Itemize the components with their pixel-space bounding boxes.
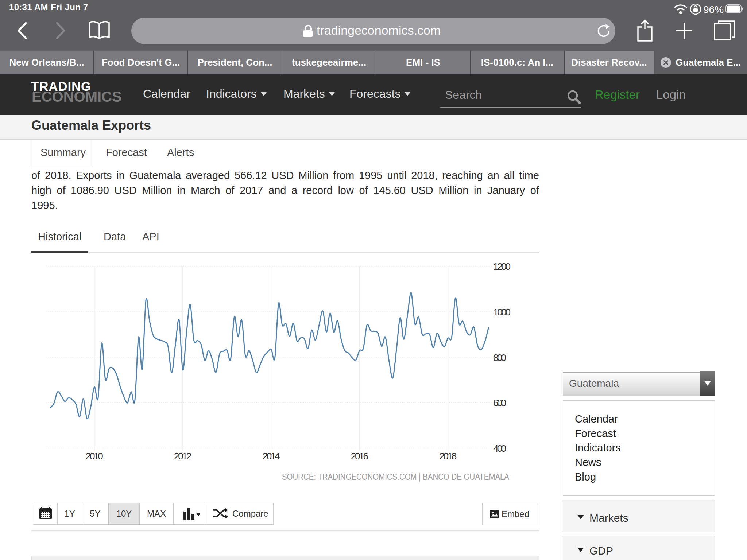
svg-text:2010: 2010 <box>86 451 103 462</box>
svg-text:2016: 2016 <box>351 451 368 462</box>
svg-text:1000: 1000 <box>493 307 511 318</box>
svg-text:800: 800 <box>493 352 506 363</box>
svg-text:2018: 2018 <box>439 451 457 462</box>
svg-text:2014: 2014 <box>263 451 280 462</box>
svg-text:96%: 96% <box>703 4 724 15</box>
svg-text:1200: 1200 <box>493 261 511 272</box>
svg-text:2012: 2012 <box>174 451 191 462</box>
svg-text:SOURCE: TRADINGECONOMICS.COM |: SOURCE: TRADINGECONOMICS.COM | BANCO DE … <box>282 472 510 482</box>
svg-text:600: 600 <box>493 397 506 408</box>
svg-text:400: 400 <box>493 443 506 454</box>
